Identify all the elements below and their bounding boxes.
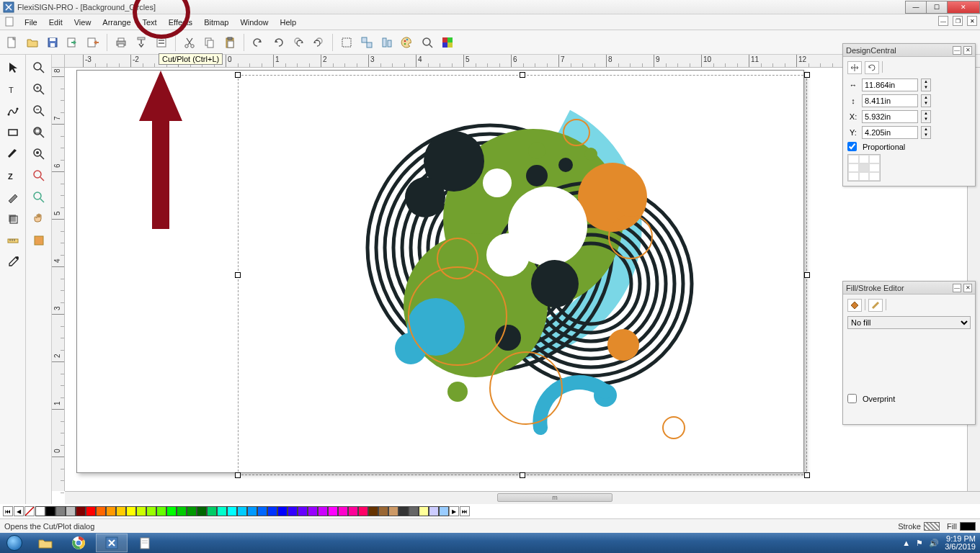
swatch[interactable] <box>409 506 419 516</box>
swatch[interactable] <box>96 506 106 516</box>
redo-multi[interactable] <box>309 33 328 52</box>
dc-tab-rotate[interactable] <box>865 61 879 74</box>
color-mode-button[interactable] <box>438 33 457 52</box>
fs-tab-stroke[interactable] <box>868 299 883 312</box>
width-spinner[interactable]: ▲▼ <box>921 78 931 91</box>
print-button[interactable] <box>112 33 130 52</box>
fill-type-select[interactable]: No fill <box>847 316 971 329</box>
x-input[interactable] <box>862 110 918 123</box>
swatch[interactable] <box>227 506 237 516</box>
swatch[interactable] <box>146 506 156 516</box>
swatch[interactable] <box>378 506 388 516</box>
swatch[interactable] <box>247 506 257 516</box>
handle-w[interactable] <box>235 272 241 278</box>
menu-text[interactable]: Text <box>137 16 163 29</box>
swatch[interactable] <box>288 506 298 516</box>
menu-window[interactable]: Window <box>234 16 274 29</box>
swatch[interactable] <box>388 506 398 516</box>
handle-n[interactable] <box>520 72 525 78</box>
save-button[interactable] <box>43 33 62 52</box>
select-all[interactable] <box>337 33 356 52</box>
swatch[interactable] <box>106 506 116 516</box>
zoom-page-tool[interactable] <box>29 122 49 143</box>
fs-tab-fill[interactable] <box>847 299 862 312</box>
swatch[interactable] <box>136 506 146 516</box>
swatch[interactable] <box>45 506 55 516</box>
stroke-indicator[interactable] <box>924 522 940 531</box>
paste-tool[interactable] <box>220 33 239 52</box>
redo-button[interactable] <box>269 33 288 52</box>
handle-nw[interactable] <box>235 72 241 78</box>
swatch[interactable] <box>35 506 45 516</box>
fill-indicator[interactable] <box>960 522 976 531</box>
menu-help[interactable]: Help <box>275 16 303 29</box>
fs-close-button[interactable]: ✕ <box>963 284 972 292</box>
undo-multi[interactable] <box>289 33 308 52</box>
selection-tool[interactable] <box>3 58 23 78</box>
export-button[interactable] <box>84 33 102 52</box>
swatch[interactable] <box>55 506 66 516</box>
swatch[interactable] <box>257 506 267 516</box>
mdi-minimize[interactable]: — <box>938 16 948 26</box>
open-button[interactable] <box>23 33 42 52</box>
swatch[interactable] <box>368 506 378 516</box>
pen-tool[interactable] <box>3 144 23 164</box>
align-button[interactable] <box>378 33 396 52</box>
swatch[interactable] <box>419 506 429 516</box>
mdi-close[interactable]: ✕ <box>967 16 977 26</box>
minimize-button[interactable]: — <box>905 1 927 14</box>
close-button[interactable]: ✕ <box>947 1 980 14</box>
swatch[interactable] <box>318 506 328 516</box>
handle-s[interactable] <box>520 472 525 478</box>
rectangle-tool[interactable] <box>3 122 23 143</box>
swatch[interactable] <box>237 506 247 516</box>
handle-sw[interactable] <box>235 472 241 478</box>
measure-tool[interactable] <box>3 230 23 251</box>
tray-flag-icon[interactable]: ⚑ <box>916 539 923 548</box>
swatch[interactable] <box>348 506 358 516</box>
swatch[interactable] <box>66 506 76 516</box>
hscroll-thumb[interactable]: m <box>497 493 612 502</box>
swatch-none[interactable] <box>24 506 35 516</box>
height-input[interactable] <box>862 94 918 107</box>
dc-tab-size[interactable] <box>847 61 862 74</box>
swatch[interactable] <box>207 506 217 516</box>
zoom-selection-tool[interactable] <box>29 144 49 164</box>
swatch[interactable] <box>328 506 338 516</box>
swatch[interactable] <box>177 506 187 516</box>
maximize-button[interactable]: ☐ <box>926 1 948 14</box>
text-tool[interactable]: T <box>3 79 23 99</box>
swatch[interactable] <box>277 506 288 516</box>
swatch[interactable] <box>217 506 227 516</box>
swatch[interactable] <box>86 506 96 516</box>
panel-close-button[interactable]: ✕ <box>963 46 972 55</box>
swatch-first[interactable]: ⏮ <box>3 506 13 516</box>
undo-button[interactable] <box>249 33 267 52</box>
swatch[interactable] <box>76 506 86 516</box>
menu-file[interactable]: File <box>19 16 43 29</box>
proportional-checkbox[interactable] <box>847 142 857 151</box>
task-explorer[interactable] <box>30 534 61 552</box>
fill-tool-icon[interactable] <box>29 230 49 251</box>
zoom-fit-button[interactable] <box>418 33 437 52</box>
width-input[interactable] <box>862 78 918 91</box>
task-chrome[interactable] <box>63 534 94 552</box>
start-button[interactable] <box>0 533 29 553</box>
swatch[interactable] <box>398 506 409 516</box>
rip-print-button[interactable] <box>152 33 171 52</box>
import-button[interactable] <box>63 33 82 52</box>
zoom-tool[interactable] <box>29 58 49 78</box>
menu-effects[interactable]: Effects <box>163 16 198 29</box>
swatch[interactable] <box>358 506 368 516</box>
swatch-prev[interactable]: ◀ <box>14 506 24 516</box>
handle-se[interactable] <box>804 472 810 478</box>
tray-volume-icon[interactable]: 🔊 <box>929 539 939 548</box>
ruler-vertical[interactable]: 876543210 <box>52 68 65 491</box>
distort-tool[interactable]: Z <box>3 166 23 186</box>
menu-arrange[interactable]: Arrange <box>97 16 136 29</box>
knife-tool[interactable] <box>3 187 23 207</box>
zoom-previous-tool[interactable] <box>29 166 49 186</box>
handle-e[interactable] <box>804 272 810 278</box>
swatch[interactable] <box>187 506 197 516</box>
task-notepad[interactable] <box>129 534 161 552</box>
